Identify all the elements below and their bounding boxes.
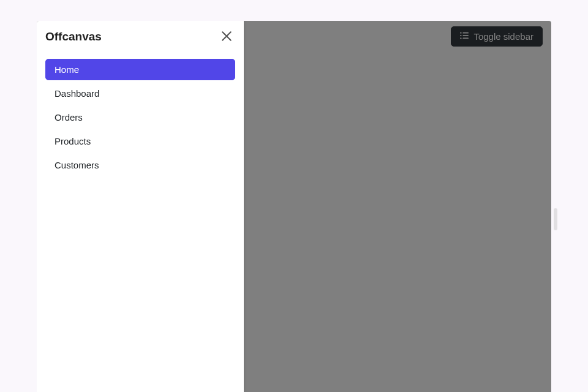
offcanvas-header: Offcanvas [37,21,244,53]
close-icon [221,31,232,43]
main-panel: Responsive offcanvas disabled Toggle sid… [37,21,551,392]
nav-item-home[interactable]: Home [45,59,235,80]
offcanvas-title: Offcanvas [45,30,102,43]
nav-item-orders[interactable]: Orders [45,107,235,128]
nav-item-customers[interactable]: Customers [45,154,235,176]
nav-list: Home Dashboard Orders Products Customers [45,59,235,178]
nav-item-dashboard[interactable]: Dashboard [45,83,235,104]
close-button[interactable] [218,28,235,45]
offcanvas-panel: Offcanvas Home Dashboard Orders Products [37,21,244,392]
scrollbar-thumb[interactable] [554,208,557,230]
nav-item-products[interactable]: Products [45,130,235,152]
offcanvas-body: Home Dashboard Orders Products Customers [37,53,244,392]
